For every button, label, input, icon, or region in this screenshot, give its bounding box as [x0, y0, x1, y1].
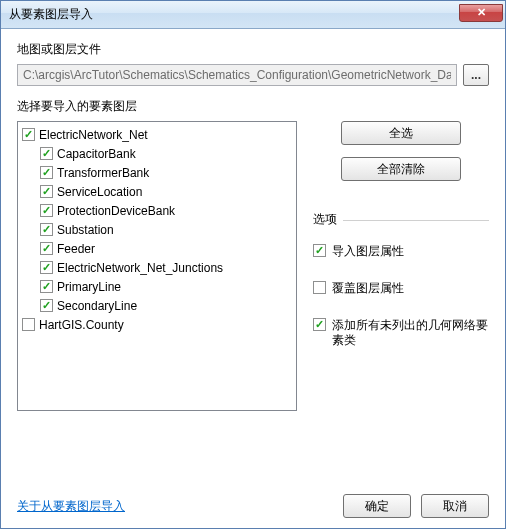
- tree-item-label: SecondaryLine: [57, 299, 137, 313]
- tree-item-label: Substation: [57, 223, 114, 237]
- tree-row[interactable]: SecondaryLine: [18, 296, 296, 315]
- tree-checkbox[interactable]: [22, 318, 35, 331]
- tree-checkbox[interactable]: [40, 204, 53, 217]
- cancel-button[interactable]: 取消: [421, 494, 489, 518]
- option-checkbox[interactable]: [313, 244, 326, 257]
- right-column: 全选 全部清除 选项 导入图层属性覆盖图层属性添加所有未列出的几何网络要素类: [313, 121, 489, 478]
- mid-columns: ElectricNetwork_NetCapacitorBankTransfor…: [17, 121, 489, 478]
- tree-row[interactable]: Substation: [18, 220, 296, 239]
- ok-label: 确定: [365, 498, 389, 515]
- browse-label: ...: [471, 68, 481, 82]
- tree-item-label: TransformerBank: [57, 166, 149, 180]
- footer: 关于从要素图层导入 确定 取消: [17, 490, 489, 518]
- select-all-label: 全选: [389, 125, 413, 142]
- tree-row[interactable]: CapacitorBank: [18, 144, 296, 163]
- tree-checkbox[interactable]: [40, 147, 53, 160]
- layer-tree[interactable]: ElectricNetwork_NetCapacitorBankTransfor…: [17, 121, 297, 411]
- tree-checkbox[interactable]: [40, 299, 53, 312]
- option-label: 覆盖图层属性: [332, 281, 404, 296]
- browse-button[interactable]: ...: [463, 64, 489, 86]
- ok-button[interactable]: 确定: [343, 494, 411, 518]
- tree-item-label: CapacitorBank: [57, 147, 136, 161]
- option-label: 导入图层属性: [332, 244, 404, 259]
- tree-row[interactable]: TransformerBank: [18, 163, 296, 182]
- tree-item-label: Feeder: [57, 242, 95, 256]
- close-button[interactable]: ✕: [459, 4, 503, 22]
- select-all-button[interactable]: 全选: [341, 121, 461, 145]
- option-checkbox[interactable]: [313, 281, 326, 294]
- tree-checkbox[interactable]: [40, 185, 53, 198]
- tree-checkbox[interactable]: [40, 242, 53, 255]
- titlebar: 从要素图层导入 ✕: [1, 1, 505, 29]
- tree-item-label: PrimaryLine: [57, 280, 121, 294]
- tree-item-label: ProtectionDeviceBank: [57, 204, 175, 218]
- tree-row[interactable]: PrimaryLine: [18, 277, 296, 296]
- options-title-text: 选项: [313, 212, 341, 226]
- option-label: 添加所有未列出的几何网络要素类: [332, 318, 489, 348]
- window-title: 从要素图层导入: [9, 6, 459, 23]
- options-group: 选项 导入图层属性覆盖图层属性添加所有未列出的几何网络要素类: [313, 211, 489, 348]
- tree-checkbox[interactable]: [40, 166, 53, 179]
- tree-item-label: ElectricNetwork_Net: [39, 128, 148, 142]
- option-row[interactable]: 覆盖图层属性: [313, 281, 489, 296]
- option-row[interactable]: 添加所有未列出的几何网络要素类: [313, 318, 489, 348]
- tree-row[interactable]: ProtectionDeviceBank: [18, 201, 296, 220]
- help-link[interactable]: 关于从要素图层导入: [17, 498, 125, 515]
- dialog-window: 从要素图层导入 ✕ 地图或图层文件 ... 选择要导入的要素图层 Electri…: [0, 0, 506, 529]
- tree-row[interactable]: HartGIS.County: [18, 315, 296, 334]
- tree-row[interactable]: ElectricNetwork_Net_Junctions: [18, 258, 296, 277]
- close-icon: ✕: [477, 6, 486, 19]
- options-title: 选项: [313, 211, 489, 228]
- tree-item-label: ElectricNetwork_Net_Junctions: [57, 261, 223, 275]
- path-row: ...: [17, 64, 489, 86]
- tree-row[interactable]: Feeder: [18, 239, 296, 258]
- tree-row[interactable]: ServiceLocation: [18, 182, 296, 201]
- clear-all-button[interactable]: 全部清除: [341, 157, 461, 181]
- client-area: 地图或图层文件 ... 选择要导入的要素图层 ElectricNetwork_N…: [1, 29, 505, 528]
- tree-checkbox[interactable]: [40, 223, 53, 236]
- select-layers-section: 选择要导入的要素图层 ElectricNetwork_NetCapacitorB…: [17, 98, 489, 478]
- tree-row[interactable]: ElectricNetwork_Net: [18, 125, 296, 144]
- tree-item-label: ServiceLocation: [57, 185, 142, 199]
- map-file-label: 地图或图层文件: [17, 41, 489, 58]
- select-layers-label: 选择要导入的要素图层: [17, 98, 489, 115]
- tree-checkbox[interactable]: [22, 128, 35, 141]
- options-list: 导入图层属性覆盖图层属性添加所有未列出的几何网络要素类: [313, 244, 489, 348]
- tree-checkbox[interactable]: [40, 261, 53, 274]
- clear-all-label: 全部清除: [377, 161, 425, 178]
- option-checkbox[interactable]: [313, 318, 326, 331]
- map-file-section: 地图或图层文件 ...: [17, 41, 489, 86]
- tree-checkbox[interactable]: [40, 280, 53, 293]
- path-input[interactable]: [17, 64, 457, 86]
- tree-item-label: HartGIS.County: [39, 318, 124, 332]
- cancel-label: 取消: [443, 498, 467, 515]
- option-row[interactable]: 导入图层属性: [313, 244, 489, 259]
